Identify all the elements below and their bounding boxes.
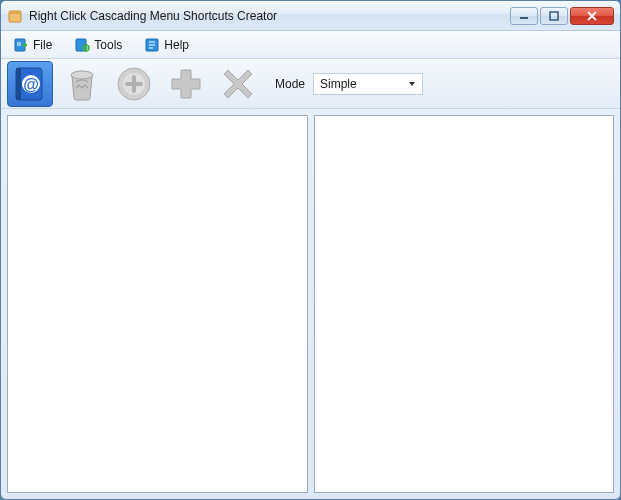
svg-rect-1 xyxy=(9,11,21,14)
add-plus-button[interactable] xyxy=(163,61,209,107)
mode-select[interactable]: Simple xyxy=(313,73,423,95)
svg-rect-3 xyxy=(550,12,558,20)
menu-help-label: Help xyxy=(164,38,189,52)
delete-x-button[interactable] xyxy=(215,61,261,107)
minimize-button[interactable] xyxy=(510,7,538,25)
left-panel[interactable] xyxy=(7,115,308,493)
app-icon xyxy=(7,8,23,24)
mode-select-value: Simple xyxy=(320,77,357,91)
trash-button[interactable] xyxy=(59,61,105,107)
window-controls xyxy=(510,7,614,25)
trash-icon xyxy=(62,64,102,104)
menubar: File Tools Help xyxy=(1,31,620,59)
help-icon xyxy=(144,37,160,53)
menu-file[interactable]: File xyxy=(9,35,56,55)
close-button[interactable] xyxy=(570,7,614,25)
titlebar: Right Click Cascading Menu Shortcuts Cre… xyxy=(1,1,620,31)
add-circle-icon xyxy=(114,64,154,104)
menu-help[interactable]: Help xyxy=(140,35,193,55)
svg-point-12 xyxy=(71,71,93,79)
menu-tools[interactable]: Tools xyxy=(70,35,126,55)
menu-tools-label: Tools xyxy=(94,38,122,52)
svg-rect-2 xyxy=(520,17,528,19)
file-icon xyxy=(13,37,29,53)
svg-rect-9 xyxy=(16,68,21,100)
window-title: Right Click Cascading Menu Shortcuts Cre… xyxy=(29,9,510,23)
maximize-button[interactable] xyxy=(540,7,568,25)
address-book-icon: @ xyxy=(10,64,50,104)
content-area xyxy=(1,109,620,499)
x-icon xyxy=(218,64,258,104)
minimize-icon xyxy=(519,11,529,21)
tools-icon xyxy=(74,37,90,53)
close-icon xyxy=(587,11,597,21)
toolbar: @ Mode xyxy=(1,59,620,109)
mode-area: Mode Simple xyxy=(275,73,423,95)
right-panel[interactable] xyxy=(314,115,615,493)
maximize-icon xyxy=(549,11,559,21)
add-circle-button[interactable] xyxy=(111,61,157,107)
chevron-down-icon xyxy=(408,80,416,88)
mode-label: Mode xyxy=(275,77,305,91)
app-window: Right Click Cascading Menu Shortcuts Cre… xyxy=(0,0,621,500)
svg-text:@: @ xyxy=(23,76,39,93)
address-book-button[interactable]: @ xyxy=(7,61,53,107)
menu-file-label: File xyxy=(33,38,52,52)
plus-icon xyxy=(166,64,206,104)
